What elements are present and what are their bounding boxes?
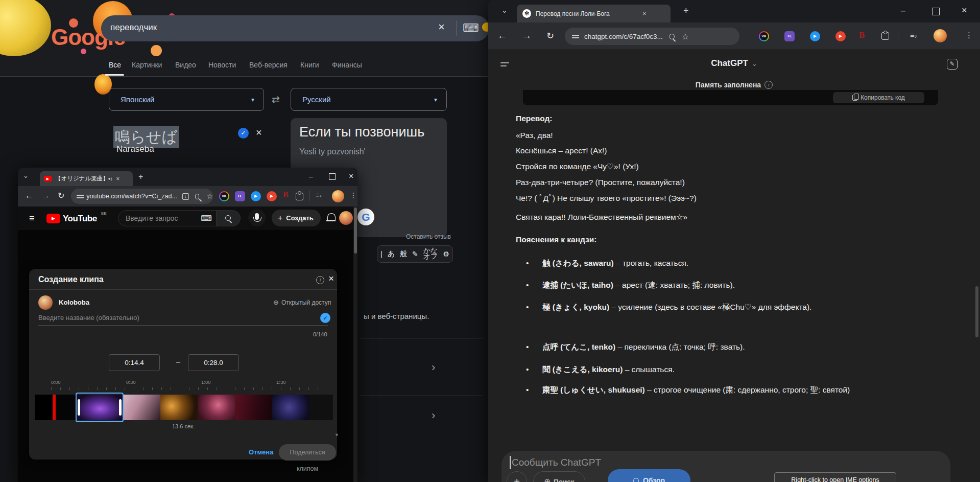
new-tab-icon[interactable]: + xyxy=(138,172,143,181)
vk-extension-icon[interactable]: VK xyxy=(219,191,229,201)
playlist-icon[interactable]: ≡♪ xyxy=(910,31,917,39)
cancel-button[interactable]: Отмена xyxy=(249,448,273,456)
new-chat-icon[interactable]: ✎ xyxy=(947,59,958,70)
tab-search-icon[interactable]: ⌄ xyxy=(23,172,29,179)
zoom-icon[interactable] xyxy=(195,194,200,199)
tab-finance[interactable]: Финансы xyxy=(332,61,362,69)
maximize-window-icon[interactable] xyxy=(932,8,940,15)
chevron-right-icon[interactable]: › xyxy=(432,361,435,374)
ime-toolbar[interactable]: | あ 般 ✎ かな オフ ⚙ xyxy=(377,245,453,263)
browser-avatar[interactable] xyxy=(332,190,344,202)
youtube-logo-text[interactable]: YouTube xyxy=(63,214,97,224)
reload-icon[interactable]: ↻ xyxy=(58,191,64,200)
url-text[interactable]: chatgpt.com/c/67acf0c3... xyxy=(584,33,663,40)
clear-search-icon[interactable]: × xyxy=(438,20,445,34)
forward-icon[interactable]: → xyxy=(522,30,532,41)
ime-mode[interactable]: あ xyxy=(388,249,395,259)
te-extension-icon[interactable]: TE xyxy=(784,31,795,41)
browser-tab[interactable]: ✻ Перевод песни Лоли-Бога × xyxy=(517,5,671,22)
tab-books[interactable]: Книги xyxy=(300,61,319,69)
share-clip-button[interactable]: Поделиться клипом xyxy=(279,444,336,461)
notifications-bell-icon[interactable] xyxy=(327,213,336,220)
scroll-down-icon[interactable]: ▼ xyxy=(334,432,339,438)
tab-images[interactable]: Картинки xyxy=(132,61,162,69)
clip-name-input[interactable]: Введите название (обязательно) xyxy=(38,314,139,322)
search-bar[interactable] xyxy=(101,15,489,41)
playlist-icon[interactable]: ≡♪ xyxy=(316,191,322,199)
tab-videos[interactable]: Видео xyxy=(175,61,196,69)
te-extension-icon[interactable]: TE xyxy=(235,191,245,201)
ime-conversion[interactable]: 般 xyxy=(400,249,407,259)
close-tab-icon[interactable]: × xyxy=(642,10,647,17)
new-tab-icon[interactable]: + xyxy=(683,6,689,16)
copy-code-button[interactable]: Копировать код xyxy=(833,92,924,103)
create-button[interactable]: + Создать xyxy=(272,210,321,226)
youtube-avatar[interactable] xyxy=(339,211,353,225)
red-play-extension-icon[interactable]: ▶ xyxy=(835,31,846,41)
clip-start-time[interactable]: 0:14.4 xyxy=(109,354,160,371)
voice-search-button[interactable] xyxy=(248,209,266,226)
site-info-icon[interactable] xyxy=(572,34,579,39)
youtube-search-button[interactable] xyxy=(217,210,241,226)
b-extension-icon[interactable]: B xyxy=(283,190,289,199)
chevron-right-icon[interactable]: › xyxy=(432,409,435,422)
back-icon[interactable]: ← xyxy=(497,30,507,41)
blue-play-extension-icon[interactable]: ▶ xyxy=(810,31,820,41)
selection-handle-left[interactable] xyxy=(78,399,80,416)
target-language-dropdown[interactable]: Русский ▾ xyxy=(291,88,447,111)
tab-all[interactable]: Все xyxy=(109,61,121,69)
tab-search-icon[interactable]: ⌄ xyxy=(501,6,508,14)
pencil-icon[interactable]: ✎ xyxy=(412,250,418,258)
browser-menu-icon[interactable]: ⋮ xyxy=(350,191,357,199)
url-text[interactable]: youtube.com/watch?v=Ci_zad... xyxy=(86,193,177,200)
maximize-window-icon[interactable] xyxy=(329,173,336,180)
keyboard-icon[interactable]: ⌨ xyxy=(201,214,212,223)
speaker-icon[interactable]: ◄) xyxy=(107,177,112,180)
browser-menu-icon[interactable]: ⋮ xyxy=(965,31,973,40)
extensions-puzzle-icon[interactable] xyxy=(296,193,303,200)
back-icon[interactable]: ← xyxy=(25,191,34,201)
close-tab-icon[interactable]: × xyxy=(116,175,119,182)
close-window-icon[interactable]: × xyxy=(349,172,353,181)
close-dialog-icon[interactable]: × xyxy=(328,273,334,284)
clip-end-time[interactable]: 0:28.0 xyxy=(188,354,239,371)
keyboard-icon[interactable]: ⌨ xyxy=(463,21,479,35)
vk-extension-icon[interactable]: VK xyxy=(759,31,769,41)
cast-icon[interactable]: ↓ xyxy=(182,193,189,200)
address-bar[interactable]: chatgpt.com/c/67acf0c3... ☆ xyxy=(565,28,739,45)
youtube-search-input[interactable]: Введите запрос ⌨ xyxy=(118,210,217,226)
browser-avatar[interactable] xyxy=(934,29,947,42)
red-play-extension-icon[interactable]: ▶ xyxy=(267,191,277,201)
bookmark-star-icon[interactable]: ☆ xyxy=(682,32,689,41)
zoom-icon[interactable] xyxy=(669,34,675,39)
translation-text[interactable]: Если ты позвонишь xyxy=(299,124,424,140)
clip-selection-box[interactable] xyxy=(76,393,124,422)
minimize-window-icon[interactable]: – xyxy=(901,6,905,15)
hamburger-menu-icon[interactable]: ≡ xyxy=(29,213,35,224)
blue-play-extension-icon[interactable]: ▶ xyxy=(251,191,261,201)
scrollbar-thumb[interactable] xyxy=(354,208,357,254)
ime-kana-toggle[interactable]: かな オフ xyxy=(423,248,438,260)
feedback-link[interactable]: Оставить отзыв xyxy=(406,233,451,240)
tab-web[interactable]: Веб-версия xyxy=(249,61,288,69)
site-info-icon[interactable] xyxy=(77,194,82,199)
close-icon[interactable]: × xyxy=(256,127,262,139)
search-tool-button[interactable]: ⊕ Поиск xyxy=(533,471,585,482)
extensions-puzzle-icon[interactable] xyxy=(881,32,889,40)
source-language-dropdown[interactable]: Японский ▾ xyxy=(109,88,264,111)
model-switcher[interactable]: ChatGPT ⌄ xyxy=(488,58,980,68)
confirm-check-icon[interactable]: ✓ xyxy=(238,128,249,139)
gear-icon[interactable]: ⚙ xyxy=(443,250,449,258)
search-query[interactable]: переводчик xyxy=(110,22,157,33)
mode-tool-button[interactable]: Обзор xyxy=(608,469,690,482)
close-window-icon[interactable]: × xyxy=(962,5,967,16)
address-bar[interactable]: youtube.com/watch?v=Ci_zad... ↓ ☆ xyxy=(71,189,213,204)
scrollbar-track[interactable] xyxy=(974,49,980,482)
minimize-window-icon[interactable]: – xyxy=(309,172,313,180)
youtube-logo-icon[interactable]: ▶ xyxy=(46,214,60,223)
bookmark-star-icon[interactable]: ☆ xyxy=(206,192,213,200)
swap-languages-icon[interactable]: ⇄ xyxy=(272,94,280,105)
browser-tab[interactable]: ▶ 【オリジナル楽曲】粛聖!! ロリ神 ◄) × xyxy=(40,171,133,186)
tab-news[interactable]: Новости xyxy=(208,61,236,69)
reload-icon[interactable]: ↻ xyxy=(546,30,554,41)
